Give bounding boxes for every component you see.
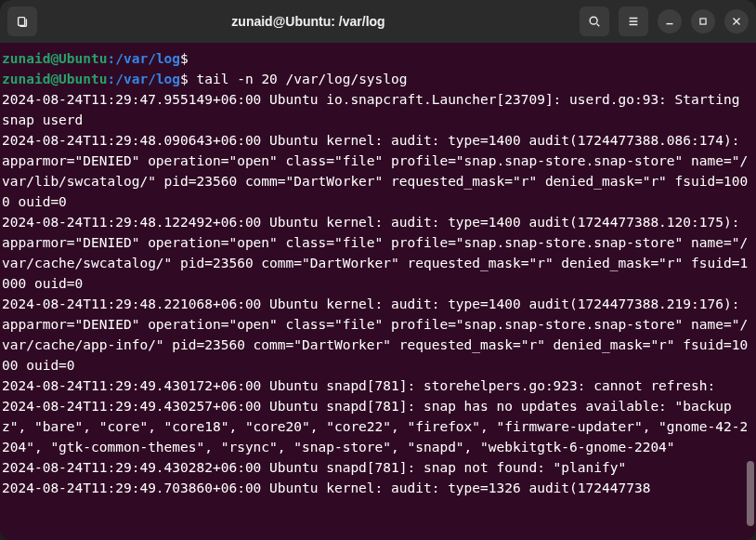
prompt-path: /var/log [115, 72, 180, 86]
output-text: 2024-08-24T11:29:47.955149+06:00 Ubuntu … [2, 92, 748, 495]
scrollbar-thumb[interactable] [747, 461, 754, 526]
titlebar: zunaid@Ubuntu: /var/log [0, 0, 756, 43]
prompt-user: zunaid@Ubuntu [2, 51, 108, 66]
maximize-button[interactable] [691, 9, 715, 33]
prompt-symbol: $ [180, 51, 189, 66]
minimize-button[interactable] [658, 9, 682, 33]
close-button[interactable] [724, 9, 749, 33]
new-tab-button[interactable] [7, 7, 37, 36]
window-title: zunaid@Ubuntu: /var/log [45, 14, 572, 29]
prompt-symbol: $ [180, 72, 189, 86]
command-text: tail -n 20 /var/log/syslog [197, 72, 408, 86]
terminal-output[interactable]: zunaid@Ubuntu:/var/log$ zunaid@Ubuntu:/v… [0, 43, 756, 540]
svg-point-1 [590, 17, 597, 24]
svg-rect-2 [700, 19, 706, 24]
prompt-path: /var/log [115, 51, 180, 66]
prompt-sep: : [108, 72, 116, 86]
prompt-sep: : [108, 51, 116, 66]
menu-button[interactable] [619, 7, 648, 36]
search-button[interactable] [580, 7, 609, 36]
prompt-user: zunaid@Ubuntu [2, 72, 108, 86]
svg-rect-0 [19, 18, 25, 26]
